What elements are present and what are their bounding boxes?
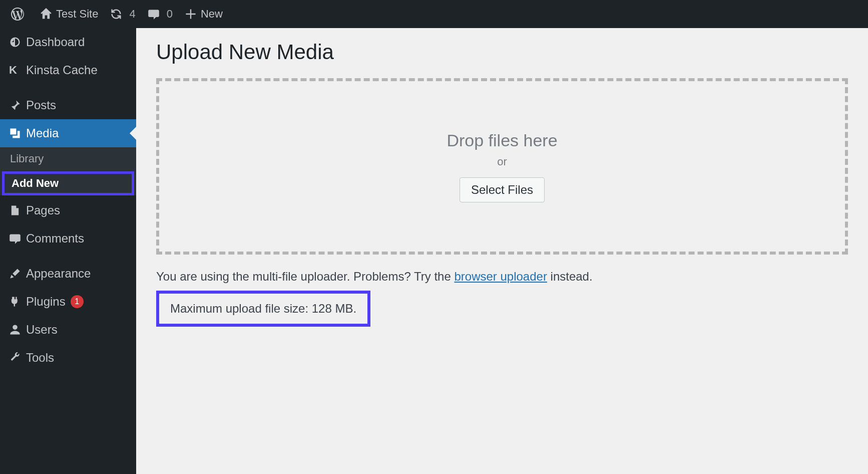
sidebar-item-tools[interactable]: Tools <box>0 344 136 372</box>
sidebar-item-appearance[interactable]: Appearance <box>0 260 136 288</box>
site-home[interactable]: Test Site <box>34 0 104 28</box>
sidebar-submenu-media: Library Add New <box>0 147 136 195</box>
user-icon <box>9 324 26 336</box>
sidebar-item-label: Dashboard <box>26 35 85 49</box>
sidebar-item-label: Pages <box>26 203 60 217</box>
upload-dropzone[interactable]: Drop files here or Select Files <box>156 78 848 255</box>
or-text: or <box>497 155 507 168</box>
sidebar-item-label: Appearance <box>26 267 91 281</box>
media-icon <box>9 127 26 139</box>
sidebar-item-label: Media <box>26 126 59 140</box>
max-upload-size: Maximum upload file size: 128 MB. <box>156 291 370 327</box>
uploader-info: You are using the multi-file uploader. P… <box>156 270 848 284</box>
sidebar-item-pages[interactable]: Pages <box>0 196 136 224</box>
uploader-note-pre: You are using the multi-file uploader. P… <box>156 270 454 283</box>
wordpress-icon <box>11 8 24 21</box>
comments[interactable]: 0 <box>142 0 179 28</box>
sidebar-item-posts[interactable]: Posts <box>0 91 136 119</box>
sidebar-item-comments[interactable]: Comments <box>0 224 136 253</box>
admin-sidebar: Dashboard K Kinsta Cache Posts Media Lib… <box>0 28 136 474</box>
home-icon <box>40 8 52 20</box>
plugin-update-badge: 1 <box>71 295 84 308</box>
new-label: New <box>201 8 223 21</box>
browser-uploader-link[interactable]: browser uploader <box>454 270 547 283</box>
page-icon <box>9 204 26 216</box>
sidebar-item-media[interactable]: Media <box>0 119 136 147</box>
sidebar-item-label: Comments <box>26 231 84 246</box>
main-content: Upload New Media Drop files here or Sele… <box>136 28 868 474</box>
select-files-button[interactable]: Select Files <box>460 177 545 202</box>
sidebar-item-dashboard[interactable]: Dashboard <box>0 28 136 56</box>
comments-icon <box>9 232 26 245</box>
drop-files-text: Drop files here <box>447 131 557 150</box>
sidebar-item-kinsta[interactable]: K Kinsta Cache <box>0 56 136 84</box>
update-count: 4 <box>129 8 135 21</box>
dashboard-icon <box>9 36 26 48</box>
wp-logo[interactable] <box>5 0 34 28</box>
sidebar-item-label: Tools <box>26 351 54 365</box>
pin-icon <box>9 99 26 111</box>
comment-icon <box>148 8 160 20</box>
updates[interactable]: 4 <box>104 0 141 28</box>
refresh-icon <box>110 8 122 20</box>
site-name-label: Test Site <box>56 8 98 21</box>
submenu-library[interactable]: Library <box>0 147 136 170</box>
plus-icon <box>185 8 197 20</box>
sidebar-item-label: Posts <box>26 98 56 112</box>
kinsta-icon: K <box>9 64 26 77</box>
sidebar-item-plugins[interactable]: Plugins 1 <box>0 288 136 316</box>
submenu-add-new[interactable]: Add New <box>2 171 134 195</box>
uploader-note-post: instead. <box>547 270 593 283</box>
wrench-icon <box>9 352 26 364</box>
sidebar-item-label: Users <box>26 323 58 337</box>
sidebar-item-users[interactable]: Users <box>0 316 136 344</box>
page-title: Upload New Media <box>156 40 848 64</box>
plug-icon <box>9 296 26 308</box>
sidebar-item-label: Kinsta Cache <box>26 63 98 77</box>
comment-count: 0 <box>167 8 173 21</box>
brush-icon <box>9 268 26 280</box>
new-content[interactable]: New <box>179 0 229 28</box>
sidebar-item-label: Plugins <box>26 295 66 309</box>
admin-toolbar: Test Site 4 0 New <box>0 0 868 28</box>
